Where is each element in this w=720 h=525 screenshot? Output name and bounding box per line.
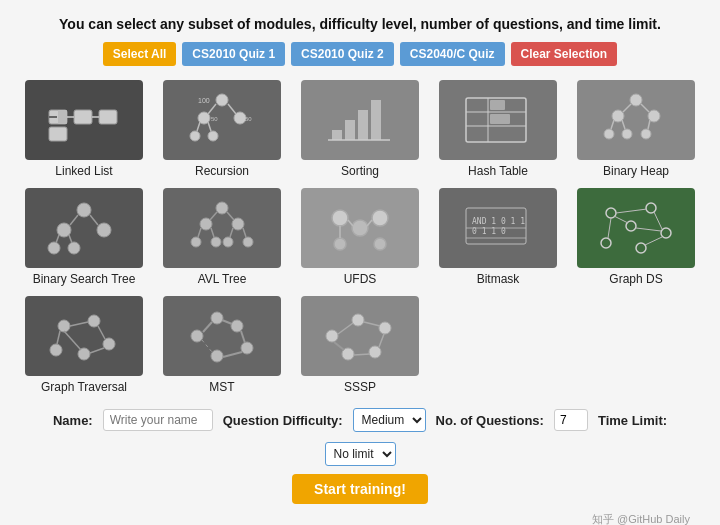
module-item-avl-tree[interactable]: AVL Tree [158, 188, 286, 286]
svg-rect-1 [49, 116, 57, 118]
module-item-bst[interactable]: Binary Search Tree [20, 188, 148, 286]
quiz-btn-cs2010-quiz-1[interactable]: CS2010 Quiz 1 [182, 42, 285, 66]
svg-point-92 [78, 348, 90, 360]
svg-point-89 [58, 320, 70, 332]
module-item-linked-list[interactable]: Linked List [20, 80, 148, 178]
svg-line-94 [70, 322, 88, 326]
svg-point-80 [636, 243, 646, 253]
module-item-bitmask[interactable]: AND 1 0 1 1 0 1 1 0 Bitmask [434, 188, 562, 286]
svg-line-39 [611, 120, 614, 129]
svg-point-79 [661, 228, 671, 238]
svg-point-93 [50, 344, 62, 356]
svg-line-118 [334, 342, 344, 350]
svg-point-110 [352, 314, 364, 326]
time-limit-select[interactable]: No limit 5 min 10 min 15 min 30 min [325, 442, 396, 466]
svg-line-48 [90, 215, 98, 225]
svg-line-97 [57, 331, 60, 344]
svg-line-58 [210, 212, 217, 220]
svg-line-105 [222, 320, 232, 324]
svg-point-67 [334, 238, 346, 250]
svg-line-37 [623, 104, 631, 112]
time-limit-label: Time Limit: [598, 413, 667, 428]
svg-point-31 [630, 94, 642, 106]
module-item-recursion[interactable]: 100 50 50 Recursion [158, 80, 286, 178]
svg-point-65 [352, 220, 368, 236]
instruction-text: You can select any subset of modules, di… [59, 16, 661, 32]
svg-point-78 [646, 203, 656, 213]
svg-point-112 [369, 346, 381, 358]
module-item-mst[interactable]: MST [158, 296, 286, 394]
svg-line-104 [203, 322, 212, 332]
svg-point-103 [211, 350, 223, 362]
svg-line-69 [348, 220, 353, 226]
svg-rect-2 [58, 110, 67, 124]
module-item-graph-ds[interactable]: Graph DS [572, 188, 700, 286]
module-item-ufds[interactable]: UFDS [296, 188, 424, 286]
svg-rect-4 [99, 110, 117, 124]
quiz-buttons-container: Select AllCS2010 Quiz 1CS2010 Quiz 2CS20… [103, 42, 617, 66]
module-item-sorting[interactable]: Sorting [296, 80, 424, 178]
svg-line-62 [230, 228, 233, 237]
difficulty-label: Question Difficulty: [223, 413, 343, 428]
module-thumb-avl-tree [163, 188, 281, 268]
module-item-hash-table[interactable]: Hash Table [434, 80, 562, 178]
svg-point-99 [191, 330, 203, 342]
svg-line-40 [622, 120, 625, 129]
quiz-btn-cs2040/c-quiz[interactable]: CS2040/C Quiz [400, 42, 505, 66]
svg-text:AND 1 0 1 1: AND 1 0 1 1 [472, 217, 525, 226]
svg-line-59 [227, 212, 234, 220]
svg-line-70 [367, 220, 372, 226]
quiz-btn-select-all[interactable]: Select All [103, 42, 177, 66]
module-item-binary-heap[interactable]: Binary Heap [572, 80, 700, 178]
svg-point-68 [374, 238, 386, 250]
svg-line-50 [69, 235, 72, 243]
num-questions-input[interactable] [554, 409, 588, 431]
module-item-graph-traversal[interactable]: Graph Traversal [20, 296, 148, 394]
svg-point-91 [103, 338, 115, 350]
svg-rect-7 [49, 127, 67, 141]
svg-point-100 [211, 312, 223, 324]
quiz-btn-cs2010-quiz-2[interactable]: CS2010 Quiz 2 [291, 42, 394, 66]
svg-line-86 [608, 218, 611, 238]
module-label-recursion: Recursion [195, 164, 249, 178]
svg-point-66 [372, 210, 388, 226]
svg-line-85 [645, 237, 662, 245]
module-thumb-binary-heap [577, 80, 695, 160]
module-label-bitmask: Bitmask [477, 272, 520, 286]
name-label: Name: [53, 413, 93, 428]
svg-point-44 [97, 223, 111, 237]
svg-line-41 [648, 120, 650, 129]
svg-text:50: 50 [211, 116, 218, 122]
difficulty-select[interactable]: Medium Easy Hard [353, 408, 426, 432]
module-label-sorting: Sorting [341, 164, 379, 178]
svg-point-51 [216, 202, 228, 214]
svg-point-54 [191, 237, 201, 247]
svg-line-38 [641, 104, 649, 112]
module-label-bst: Binary Search Tree [33, 272, 136, 286]
svg-line-87 [614, 216, 628, 223]
svg-line-88 [636, 228, 661, 231]
module-label-mst: MST [209, 380, 234, 394]
svg-text:100: 100 [198, 97, 210, 104]
svg-line-49 [56, 235, 59, 243]
module-label-binary-heap: Binary Heap [603, 164, 669, 178]
module-label-sssp: SSSP [344, 380, 376, 394]
start-training-button[interactable]: Start training! [292, 474, 428, 504]
svg-point-35 [622, 129, 632, 139]
svg-point-46 [68, 242, 80, 254]
svg-point-43 [57, 223, 71, 237]
name-input[interactable] [103, 409, 213, 431]
module-thumb-bst [25, 188, 143, 268]
svg-line-116 [379, 334, 384, 347]
svg-line-15 [197, 122, 200, 131]
module-thumb-sorting [301, 80, 419, 160]
module-label-graph-ds: Graph DS [609, 272, 662, 286]
svg-rect-20 [332, 130, 342, 140]
svg-line-108 [202, 340, 212, 352]
quiz-btn-clear-selection[interactable]: Clear Selection [511, 42, 618, 66]
svg-rect-30 [490, 100, 505, 110]
modules-grid: Linked List 100 50 50 Recursion [20, 80, 700, 394]
svg-line-96 [90, 348, 104, 353]
module-thumb-bitmask: AND 1 0 1 1 0 1 1 0 [439, 188, 557, 268]
module-item-sssp[interactable]: SSSP [296, 296, 424, 394]
